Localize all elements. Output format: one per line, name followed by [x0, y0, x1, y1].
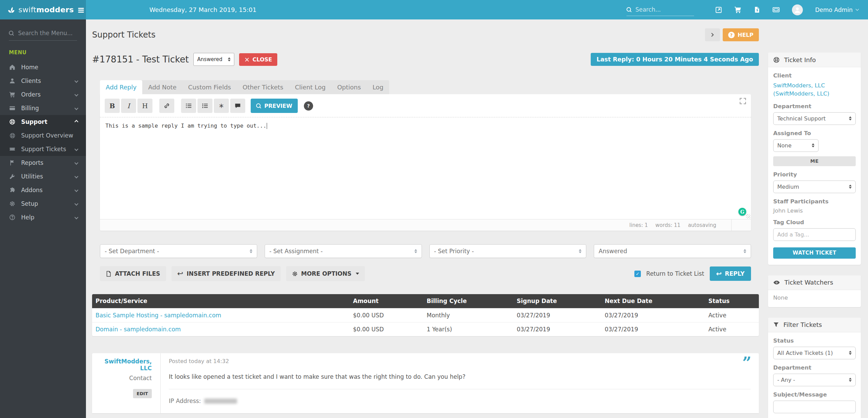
product-link[interactable]: Basic Sample Hosting - sampledomain.com — [95, 312, 221, 319]
due-cell: 03/27/2019 — [601, 322, 705, 336]
assign-to-me-button[interactable]: ME — [773, 156, 856, 166]
sidebar-item-billing[interactable]: Billing — [0, 101, 86, 115]
lines-count: lines: 1 — [629, 222, 648, 228]
set-department-select[interactable]: - Set Department - — [100, 244, 257, 258]
watch-ticket-button[interactable]: WATCH TICKET — [773, 247, 856, 259]
sidebar-item-help[interactable]: Help — [0, 211, 86, 224]
col-billing-cycle: Billing Cycle — [423, 294, 513, 308]
preview-button[interactable]: PREVIEW — [251, 99, 298, 113]
global-search-input[interactable] — [635, 6, 694, 13]
collapse-panel-button[interactable] — [705, 28, 720, 41]
app-logo: swiftmodders — [18, 5, 74, 14]
global-search[interactable] — [627, 6, 694, 16]
sidebar-item-addons[interactable]: Addons — [0, 183, 86, 197]
ticket-title: #178151 - Test Ticket — [92, 54, 189, 64]
attach-files-button[interactable]: ATTACH FILES — [100, 266, 166, 281]
comment-button[interactable] — [230, 99, 245, 113]
resize-handle[interactable] — [746, 214, 750, 218]
return-to-list-checkbox[interactable]: ✓ — [634, 271, 641, 277]
close-ticket-button[interactable]: × CLOSE — [239, 53, 277, 66]
tab-add-reply[interactable]: Add Reply — [100, 80, 142, 94]
tag-input[interactable] — [773, 228, 856, 241]
swiftmodders-leaf-icon — [8, 6, 15, 14]
user-menu[interactable]: Demo Admin — [815, 6, 858, 13]
edit-message-button[interactable]: EDIT — [133, 389, 152, 398]
grammarly-icon[interactable]: G — [738, 208, 746, 216]
select-caret-icon — [849, 116, 852, 120]
file-icon — [106, 271, 112, 277]
tab-custom-fields[interactable]: Custom Fields — [182, 80, 237, 94]
tab-client-log[interactable]: Client Log — [289, 80, 332, 94]
filter-tickets-header: Filter Tickets — [768, 318, 861, 332]
gear-icon — [9, 201, 16, 207]
set-status-select[interactable]: Answered — [594, 244, 751, 258]
client-label: Client — [773, 72, 856, 79]
sidebar-item-support-overview[interactable]: Support Overview — [0, 129, 86, 142]
reply-arrow-icon: ↩ — [716, 270, 722, 278]
italic-button[interactable]: I — [121, 99, 136, 113]
link-button[interactable] — [159, 99, 174, 113]
ticket-status-select[interactable]: Answered — [193, 53, 234, 66]
sidebar-nav: Home Clients Orders Billing Support — [0, 60, 86, 224]
tab-log[interactable]: Log — [367, 80, 389, 94]
more-options-button[interactable]: MORE OPTIONS — [286, 266, 365, 281]
reply-textarea[interactable]: This is a sample reply I am trying to ty… — [100, 117, 751, 219]
help-button[interactable]: ? HELP — [723, 28, 759, 41]
assigned-to-select[interactable]: None — [773, 139, 819, 152]
invoice-icon[interactable]: $ — [754, 6, 760, 13]
return-to-list-label[interactable]: Return to Ticket List — [646, 270, 704, 277]
priority-select[interactable]: Medium — [773, 181, 856, 193]
menu-search-input[interactable] — [18, 30, 77, 37]
menu-search[interactable] — [9, 30, 77, 41]
message-timestamp: Posted today at 14:32 — [169, 358, 751, 364]
user-avatar[interactable] — [792, 4, 803, 15]
ticket-watchers-value: None — [773, 294, 856, 301]
tab-other-tickets[interactable]: Other Tickets — [237, 80, 289, 94]
sidebar-item-clients[interactable]: Clients — [0, 74, 86, 88]
set-assignment-select[interactable]: - Set Assignment - — [265, 244, 422, 258]
client-link[interactable]: SwiftModders, LLC (SwiftModders, LLC) — [773, 82, 856, 98]
search-icon — [627, 7, 632, 12]
chevron-down-icon — [74, 147, 78, 151]
filter-status-select[interactable]: All Active Tickets (1) — [773, 347, 856, 359]
bullet-list-button[interactable] — [181, 99, 196, 113]
eye-icon — [773, 279, 780, 286]
filter-department-select[interactable]: - Any - — [773, 374, 856, 386]
last-reply-badge: Last Reply: 0 Hours 20 Minutes 4 Seconds… — [591, 53, 759, 66]
external-link-icon[interactable] — [715, 6, 722, 13]
author-role: Contact — [95, 375, 152, 381]
chevron-right-icon — [710, 33, 713, 37]
sidebar-item-utilities[interactable]: Utilities — [0, 170, 86, 183]
sidebar-item-support-tickets[interactable]: Support Tickets — [0, 142, 86, 156]
cart-icon[interactable] — [734, 6, 741, 13]
table-row: Domain - sampledomain.com $0.00 USD 1 Ye… — [92, 322, 759, 336]
tab-options[interactable]: Options — [332, 80, 367, 94]
reply-button[interactable]: ↩ REPLY — [710, 266, 751, 281]
author-link[interactable]: SwiftModders, LLC — [95, 358, 152, 372]
ticket-icon — [9, 146, 16, 152]
filter-subject-input[interactable] — [773, 401, 856, 413]
hamburger-menu-icon[interactable]: ≡ — [77, 5, 85, 14]
insert-predefined-reply-button[interactable]: ↩ INSERT PREDEFINED REPLY — [172, 266, 281, 281]
bold-button[interactable]: B — [105, 99, 120, 113]
tab-add-note[interactable]: Add Note — [142, 80, 182, 94]
sidebar-item-reports[interactable]: Reports — [0, 156, 86, 170]
sidebar-item-setup[interactable]: Setup — [0, 197, 86, 211]
sidebar-item-support[interactable]: Support — [0, 115, 86, 129]
set-priority-select[interactable]: - Set Priority - — [429, 244, 587, 258]
heading-button[interactable]: H — [137, 99, 152, 113]
numbered-list-button[interactable] — [197, 99, 212, 113]
asterisk-button[interactable]: * — [214, 99, 229, 113]
credit-card-icon[interactable] — [773, 6, 780, 13]
select-caret-icon — [414, 249, 417, 253]
sidebar-item-home[interactable]: Home — [0, 60, 86, 74]
menu-section-label: MENU — [0, 49, 86, 60]
department-select[interactable]: Technical Support — [773, 112, 856, 125]
sidebar-item-orders[interactable]: Orders — [0, 88, 86, 101]
editor-help-icon[interactable]: ? — [304, 101, 313, 111]
fullscreen-icon[interactable] — [739, 98, 746, 104]
ip-address-redacted — [204, 399, 237, 404]
col-status: Status — [705, 294, 759, 308]
close-icon: × — [244, 56, 250, 63]
product-link[interactable]: Domain - sampledomain.com — [95, 326, 181, 333]
